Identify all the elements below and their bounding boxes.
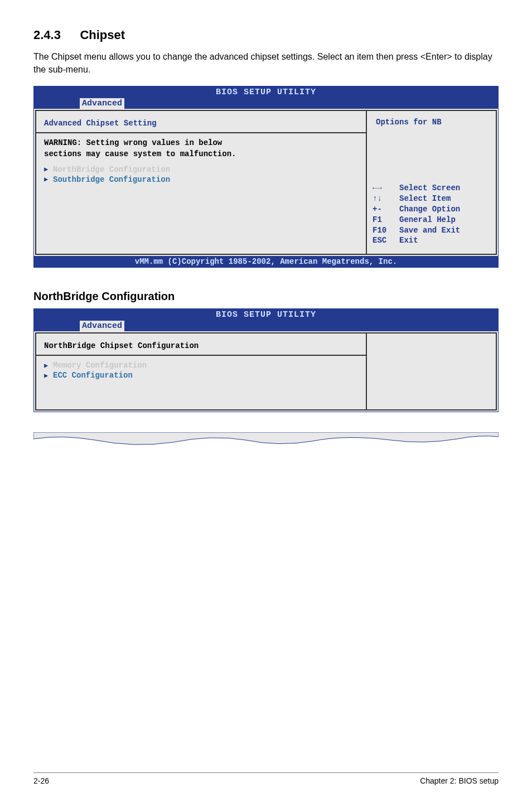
help-keys: ←→Select Screen ↑↓Select Item +-Change O… bbox=[373, 183, 460, 246]
bios-right-panel: Options for NB ←→Select Screen ↑↓Select … bbox=[366, 110, 497, 255]
bios-window-chipset: BIOS SETUP UTILITY Advanced Advanced Chi… bbox=[33, 86, 499, 268]
menu-item-southbridge[interactable]: ▶ Southbridge Configuration bbox=[36, 175, 366, 185]
help-key-esc: ESC bbox=[373, 235, 399, 246]
warning-text: WARNING: Setting wrong values in below s… bbox=[36, 138, 366, 164]
bios-body: Advanced Chipset Setting WARNING: Settin… bbox=[34, 109, 498, 256]
menu-item-memory-config[interactable]: ▶ Memory Configuration bbox=[36, 360, 366, 370]
bios-right-panel bbox=[366, 332, 497, 410]
bios-footer: vMM.mm (C)Copyright 1985-2002, American … bbox=[34, 256, 498, 267]
menu-label-northbridge: NorthBridge Configuration bbox=[53, 165, 170, 174]
bios-header: BIOS SETUP UTILITY Advanced bbox=[34, 86, 498, 109]
bios-left-panel: Advanced Chipset Setting WARNING: Settin… bbox=[35, 110, 366, 255]
section-title: Chipset bbox=[80, 28, 125, 42]
menu-item-ecc-config[interactable]: ▶ ECC Configuration bbox=[36, 370, 366, 380]
help-label-select-screen: Select Screen bbox=[399, 183, 460, 194]
warning-line2: sections may cause system to malfunction… bbox=[44, 149, 358, 160]
torn-edge-graphic bbox=[33, 432, 499, 449]
submenu-arrow-icon: ▶ bbox=[44, 361, 53, 370]
menu-item-northbridge[interactable]: ▶ NorthBridge Configuration bbox=[36, 165, 366, 175]
warning-line1: WARNING: Setting wrong values in below bbox=[44, 138, 358, 149]
help-key-ud: ↑↓ bbox=[373, 194, 399, 204]
menu-label-memory-config: Memory Configuration bbox=[53, 361, 147, 370]
bios-tab-advanced[interactable]: Advanced bbox=[80, 98, 124, 109]
northbridge-heading: NorthBridge Chipset Configuration bbox=[36, 339, 366, 355]
help-key-pm: +- bbox=[373, 204, 399, 215]
options-description: Options for NB bbox=[373, 117, 490, 128]
help-key-f10: F10 bbox=[373, 225, 399, 236]
submenu-arrow-icon: ▶ bbox=[44, 371, 53, 380]
help-label-general-help: General Help bbox=[399, 215, 456, 225]
submenu-arrow-icon: ▶ bbox=[44, 165, 53, 173]
help-label-save-exit: Save and Exit bbox=[399, 225, 460, 236]
help-label-change-option: Change Option bbox=[399, 204, 460, 215]
help-label-exit: Exit bbox=[399, 235, 418, 246]
section-body-text: The Chipset menu allows you to change th… bbox=[33, 50, 499, 76]
bios-title: BIOS SETUP UTILITY bbox=[216, 88, 316, 97]
subsection-heading: NorthBridge Configuration bbox=[33, 290, 499, 303]
bios-tab-advanced[interactable]: Advanced bbox=[80, 321, 124, 331]
help-key-f1: F1 bbox=[373, 215, 399, 225]
bios-header: BIOS SETUP UTILITY Advanced bbox=[34, 309, 498, 331]
section-number: 2.4.3 bbox=[33, 28, 61, 42]
help-key-lr: ←→ bbox=[373, 183, 399, 194]
divider bbox=[36, 355, 366, 356]
menu-label-southbridge: Southbridge Configuration bbox=[53, 175, 170, 184]
divider bbox=[36, 132, 366, 133]
bios-left-panel: NorthBridge Chipset Configuration ▶ Memo… bbox=[35, 332, 366, 410]
submenu-arrow-icon: ▶ bbox=[44, 175, 53, 183]
help-label-select-item: Select Item bbox=[399, 194, 451, 204]
document-heading: 2.4.3 Chipset bbox=[33, 28, 499, 42]
bios-window-northbridge: BIOS SETUP UTILITY Advanced NorthBridge … bbox=[33, 308, 499, 412]
bios-body: NorthBridge Chipset Configuration ▶ Memo… bbox=[34, 331, 498, 412]
bios-title: BIOS SETUP UTILITY bbox=[216, 310, 316, 320]
chipset-heading: Advanced Chipset Setting bbox=[36, 117, 366, 132]
menu-label-ecc-config: ECC Configuration bbox=[53, 371, 133, 380]
